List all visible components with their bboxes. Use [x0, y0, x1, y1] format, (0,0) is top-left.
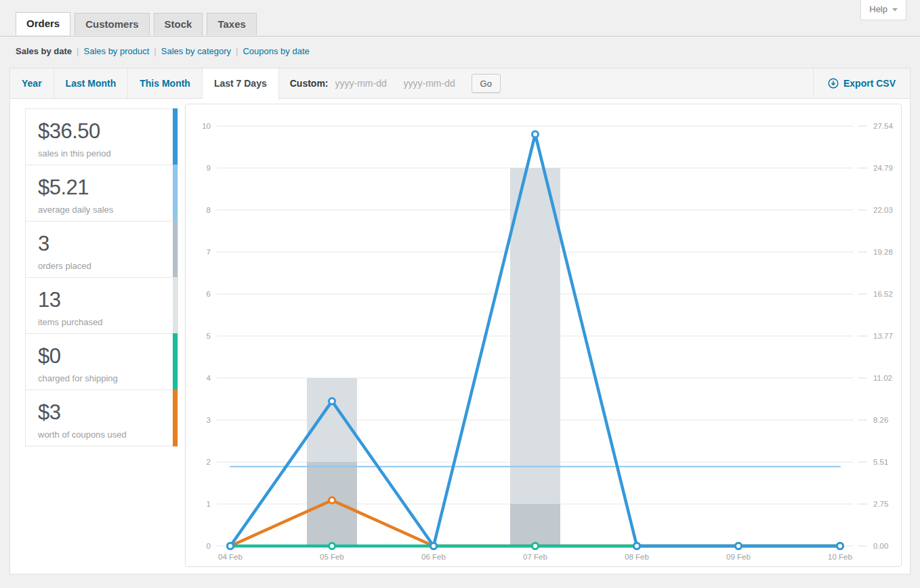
- coupon-amount-line-marker[interactable]: [329, 497, 335, 503]
- right-axis-tick: 0.00: [873, 542, 888, 550]
- chevron-down-icon: [892, 8, 898, 12]
- subnav-link-sales-by-product[interactable]: Sales by product: [84, 46, 150, 56]
- stat-accent-bar: [173, 165, 177, 222]
- tab-taxes[interactable]: Taxes: [207, 13, 256, 35]
- tab-orders[interactable]: Orders: [16, 12, 70, 35]
- left-axis-tick: 4: [207, 374, 211, 382]
- subnav-link-coupons-by-date[interactable]: Coupons by date: [243, 46, 309, 56]
- stat-value: $5.21: [38, 175, 165, 200]
- stat-label: worth of coupons used: [38, 429, 165, 440]
- help-button[interactable]: Help: [860, 0, 906, 20]
- sales-amount-line-marker[interactable]: [532, 131, 539, 138]
- stat-average-daily-sales: $5.21average daily sales: [25, 165, 178, 222]
- sales-amount-line-marker[interactable]: [329, 398, 335, 404]
- x-axis-tick: 04 Feb: [218, 553, 243, 561]
- sales-amount-line-marker[interactable]: [736, 543, 742, 549]
- right-axis-tick: 5.51: [873, 458, 888, 466]
- left-axis-tick: 7: [207, 248, 211, 256]
- sales-amount-line-marker[interactable]: [431, 543, 437, 549]
- stat-sales-in-this-period: $36.50sales in this period: [25, 108, 178, 165]
- range-tabs-holder: YearLast MonthThis MonthLast 7 Days: [10, 68, 279, 98]
- export-csv-label: Export CSV: [843, 78, 896, 89]
- range-tab-year[interactable]: Year: [10, 68, 54, 98]
- stat-worth-of-coupons-used: $3worth of coupons used: [25, 390, 178, 446]
- left-axis-tick: 8: [207, 206, 211, 214]
- tab-customers[interactable]: Customers: [75, 13, 149, 35]
- stat-accent-bar: [173, 221, 177, 278]
- left-axis-tick: 1: [207, 500, 211, 508]
- left-axis-tick: 3: [207, 416, 211, 424]
- stat-orders-placed: 3orders placed: [25, 221, 178, 278]
- stat-accent-bar: [173, 108, 177, 165]
- report-content: $36.50sales in this period$5.21average d…: [10, 99, 910, 574]
- left-axis-tick: 5: [207, 332, 211, 340]
- sales-amount-line-marker[interactable]: [228, 543, 234, 549]
- subnav-link-sales-by-date[interactable]: Sales by date: [16, 46, 72, 56]
- custom-date-to-input[interactable]: [403, 75, 465, 92]
- stat-accent-bar: [173, 390, 177, 446]
- stat-value: $0: [38, 344, 165, 369]
- x-axis-tick: 07 Feb: [523, 553, 547, 561]
- stat-value: $3: [38, 400, 165, 425]
- custom-date-from-input[interactable]: [335, 75, 397, 92]
- custom-range-label: Custom:: [290, 78, 329, 89]
- x-axis-tick: 09 Feb: [726, 553, 751, 561]
- shipping-amount-line-marker[interactable]: [329, 543, 335, 549]
- right-axis-tick: 22.03: [873, 206, 893, 214]
- right-axis-tick: 8.26: [873, 416, 888, 424]
- go-button[interactable]: Go: [472, 74, 501, 93]
- stat-value: 13: [38, 288, 165, 312]
- stat-label: average daily sales: [38, 205, 165, 215]
- right-axis-tick: 16.52: [873, 290, 893, 298]
- subnav-separator: |: [154, 46, 156, 56]
- sales-amount-line-marker[interactable]: [837, 543, 843, 549]
- range-tab-last-7-days[interactable]: Last 7 Days: [203, 68, 279, 100]
- left-axis-tick: 9: [207, 164, 211, 172]
- report-tabs: OrdersCustomersStockTaxes: [0, 0, 920, 37]
- stat-label: items purchased: [38, 317, 165, 327]
- stat-items-purchased: 13items purchased: [25, 277, 178, 334]
- stat-label: sales in this period: [38, 148, 165, 159]
- left-axis-tick: 10: [202, 122, 211, 130]
- x-axis-labels: 04 Feb05 Feb06 Feb07 Feb08 Feb09 Feb10 F…: [218, 553, 852, 561]
- shipping-amount-line-marker[interactable]: [532, 543, 539, 549]
- subnav-link-sales-by-category[interactable]: Sales by category: [161, 46, 231, 56]
- stats-sidebar: $36.50sales in this period$5.21average d…: [25, 108, 178, 446]
- right-axis-tick: 11.02: [873, 374, 892, 382]
- sales-chart-svg: 00.0012.7525.5138.26411.02513.77616.5271…: [186, 104, 901, 566]
- stat-accent-bar: [173, 277, 177, 334]
- download-icon: [828, 78, 839, 89]
- stat-value: 3: [38, 232, 165, 256]
- right-axis-tick: 27.54: [873, 122, 893, 130]
- stat-value: $36.50: [38, 119, 165, 144]
- sales-amount-line-marker[interactable]: [634, 543, 640, 549]
- left-axis-tick: 0: [207, 542, 211, 550]
- date-range-bar: YearLast MonthThis MonthLast 7 Days Cust…: [10, 68, 910, 99]
- x-axis-tick: 10 Feb: [828, 553, 852, 561]
- stat-label: charged for shipping: [38, 373, 165, 383]
- range-tab-this-month[interactable]: This Month: [128, 68, 203, 98]
- export-csv-button[interactable]: Export CSV: [813, 68, 910, 98]
- sales-chart[interactable]: 00.0012.7525.5138.26411.02513.77616.5271…: [185, 104, 902, 567]
- stat-label: orders placed: [38, 261, 165, 271]
- stat-charged-for-shipping: $0charged for shipping: [25, 333, 178, 390]
- report-panel: YearLast MonthThis MonthLast 7 Days Cust…: [9, 68, 911, 574]
- subnav-separator: |: [77, 46, 79, 56]
- right-axis-tick: 24.79: [873, 164, 893, 172]
- report-subnav: Sales by date|Sales by product|Sales by …: [0, 37, 920, 68]
- custom-range-area: Custom: Go: [290, 68, 501, 98]
- right-axis-tick: 19.28: [873, 248, 893, 256]
- x-axis-tick: 08 Feb: [625, 553, 649, 561]
- x-axis-tick: 05 Feb: [320, 553, 344, 561]
- subnav-separator: |: [236, 46, 238, 56]
- left-axis-tick: 6: [207, 290, 211, 298]
- help-label: Help: [869, 4, 887, 14]
- right-axis-tick: 2.75: [873, 500, 888, 508]
- left-axis-tick: 2: [207, 458, 211, 466]
- x-axis-tick: 06 Feb: [421, 553, 446, 561]
- stat-accent-bar: [173, 333, 177, 390]
- range-tab-last-month[interactable]: Last Month: [54, 68, 129, 98]
- tab-stock[interactable]: Stock: [154, 13, 203, 35]
- right-axis-tick: 13.77: [873, 332, 893, 340]
